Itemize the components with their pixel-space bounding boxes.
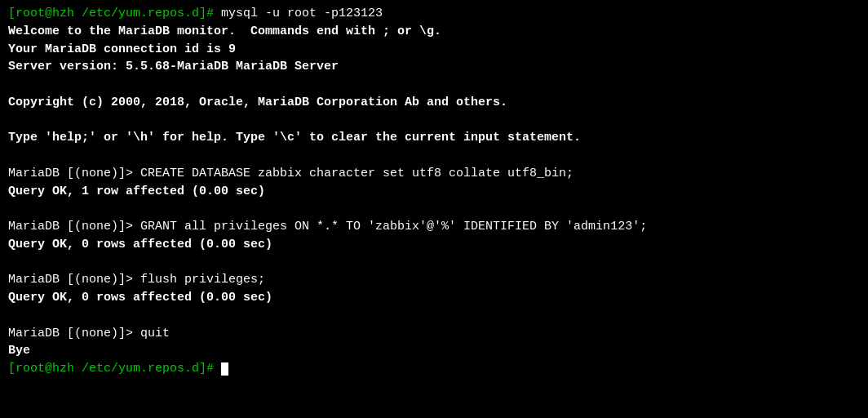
terminal-line-3: Server version: 5.5.68-MariaDB MariaDB S…	[8, 58, 860, 76]
terminal-line-19: Bye	[8, 342, 860, 360]
prompt-0: [root@hzh /etc/yum.repos.d]#	[8, 7, 221, 20]
terminal-empty-1	[8, 76, 860, 94]
terminal-line-12: MariaDB [(none)]> GRANT all privileges O…	[8, 218, 860, 236]
terminal-empty-6	[8, 307, 860, 325]
mariadb-command-2: GRANT all privileges ON *.* TO 'zabbix'@…	[140, 220, 647, 233]
terminal-line-18: MariaDB [(none)]> quit	[8, 325, 860, 343]
terminal-line-9: MariaDB [(none)]> CREATE DATABASE zabbix…	[8, 165, 860, 183]
terminal-line-1: Welcome to the MariaDB monitor. Commands…	[8, 23, 860, 41]
terminal-empty-4	[8, 200, 860, 218]
terminal-final-prompt: [root@hzh /etc/yum.repos.d]#	[8, 360, 860, 378]
mariadb-command-3: flush privileges;	[140, 273, 265, 287]
mariadb-prompt-3: MariaDB [(none)]>	[8, 273, 140, 287]
mariadb-prompt-2: MariaDB [(none)]>	[8, 220, 140, 233]
terminal-empty-3	[8, 147, 860, 165]
terminal-line-7: Type 'help;' or '\h' for help. Type '\c'…	[8, 129, 860, 147]
terminal-empty-5	[8, 254, 860, 272]
terminal-line-16: Query OK, 0 rows affected (0.00 sec)	[8, 289, 860, 307]
cursor	[221, 362, 228, 376]
mariadb-prompt-1: MariaDB [(none)]>	[8, 167, 140, 180]
final-prompt-text: [root@hzh /etc/yum.repos.d]#	[8, 362, 221, 376]
terminal-line-10: Query OK, 1 row affected (0.00 sec)	[8, 183, 860, 201]
mariadb-command-1: CREATE DATABASE zabbix character set utf…	[140, 167, 574, 180]
mariadb-command-4: quit	[140, 327, 170, 340]
terminal-line-13: Query OK, 0 rows affected (0.00 sec)	[8, 236, 860, 254]
mariadb-prompt-4: MariaDB [(none)]>	[8, 327, 140, 340]
terminal-window: [root@hzh /etc/yum.repos.d]# mysql -u ro…	[0, 0, 868, 418]
terminal-line-0: [root@hzh /etc/yum.repos.d]# mysql -u ro…	[8, 5, 860, 23]
terminal-line-5: Copyright (c) 2000, 2018, Oracle, MariaD…	[8, 94, 860, 112]
terminal-empty-2	[8, 112, 860, 130]
terminal-line-15: MariaDB [(none)]> flush privileges;	[8, 271, 860, 289]
command-0: mysql -u root -p123123	[221, 7, 383, 20]
terminal-line-2: Your MariaDB connection id is 9	[8, 41, 860, 59]
